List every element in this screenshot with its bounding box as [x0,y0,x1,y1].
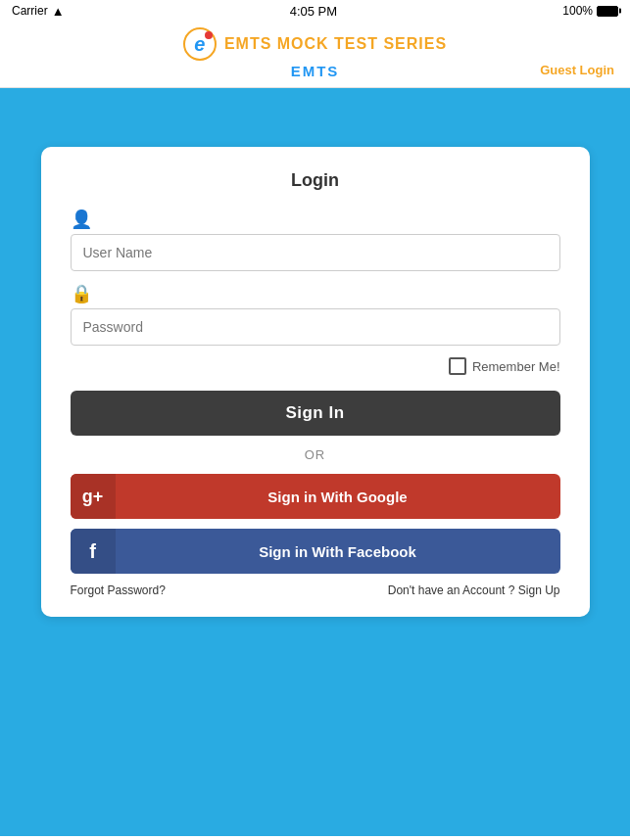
lock-icon: 🔒 [71,283,560,304]
status-bar: Carrier ▲ 4:05 PM 100% [0,0,630,22]
or-divider: OR [71,447,560,462]
emts-label: EMTS [291,63,340,79]
username-field-group: 👤 [71,209,560,271]
login-title: Login [71,170,560,191]
battery-label: 100% [562,4,593,18]
facebook-icon: f [71,529,116,574]
blue-background: Login 👤 🔒 Remember Me! Sign In OR g+ Sig… [0,88,630,836]
sign-up-link[interactable]: Don't have an Account ? Sign Up [388,583,560,597]
google-sign-in-button[interactable]: g+ Sign in With Google [71,474,560,519]
app-header: e EMTS MOCK TEST SERIES EMTS Guest Login [0,22,630,88]
logo-circle: e [183,27,217,61]
battery-icon [597,6,618,17]
sign-in-button[interactable]: Sign In [71,391,560,436]
username-input[interactable] [71,234,560,271]
remember-me-label: Remember Me! [472,359,560,374]
wifi-icon: ▲ [52,4,65,19]
time-label: 4:05 PM [290,4,337,19]
status-right: 100% [562,4,618,18]
carrier-label: Carrier [12,4,48,18]
forgot-password-link[interactable]: Forgot Password? [71,583,166,597]
google-plus-icon: g+ [71,474,116,519]
logo-e-letter: e [194,33,205,56]
facebook-sign-in-button[interactable]: f Sign in With Facebook [71,529,560,574]
remember-me-row: Remember Me! [71,357,560,375]
logo-dot [205,31,213,39]
user-icon: 👤 [71,209,560,230]
google-button-label: Sign in With Google [116,489,560,505]
guest-login-button[interactable]: Guest Login [540,63,614,77]
password-field-group: 🔒 [71,283,560,346]
status-left: Carrier ▲ [12,4,65,19]
logo-text: EMTS MOCK TEST SERIES [224,35,447,53]
card-footer: Forgot Password? Don't have an Account ?… [71,583,560,597]
password-input[interactable] [71,308,560,346]
facebook-button-label: Sign in With Facebook [116,543,560,560]
remember-me-checkbox[interactable] [449,357,466,375]
logo-area: e EMTS MOCK TEST SERIES [183,27,447,61]
login-card: Login 👤 🔒 Remember Me! Sign In OR g+ Sig… [41,147,590,617]
